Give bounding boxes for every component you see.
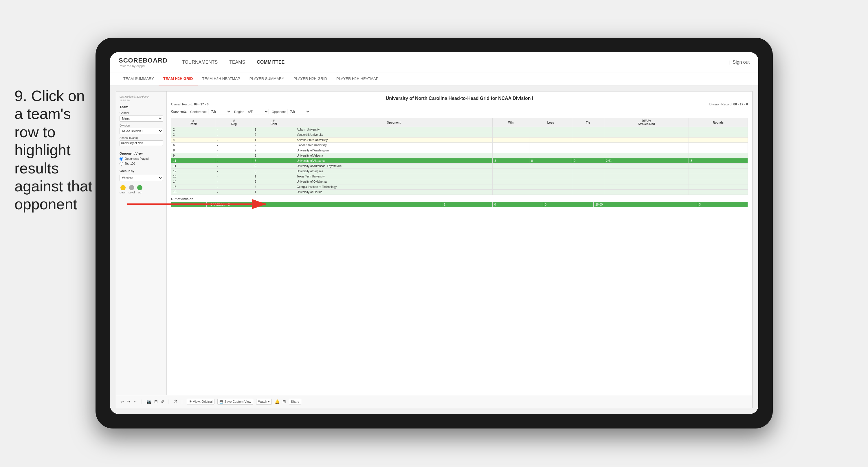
gender-select[interactable]: Men's: [120, 116, 163, 122]
opponents-label: Opponents:: [171, 110, 187, 113]
cell-value: 6: [172, 143, 215, 148]
share-btn[interactable]: Share: [289, 399, 301, 405]
division-record: Division Record: 88 - 17 - 0: [709, 103, 748, 106]
table-row[interactable]: 2-1Auburn University: [172, 127, 748, 132]
cell-value: [572, 138, 604, 143]
cell-value: [529, 143, 572, 148]
sign-out-link[interactable]: Sign out: [733, 58, 750, 66]
cell-value: [529, 138, 572, 143]
colour-by-select[interactable]: Win/loss: [120, 175, 163, 181]
cell-value: [529, 164, 572, 169]
table-row[interactable]: 16-1University of Florida: [172, 189, 748, 195]
cell-value: [604, 174, 688, 179]
nav-link-tournaments[interactable]: TOURNAMENTS: [182, 58, 218, 66]
crop-icon[interactable]: ⊞: [154, 399, 158, 404]
table-row[interactable]: 4-1Arizona State University: [172, 138, 748, 143]
cell-value: 6: [253, 164, 294, 169]
table-row[interactable]: 8-2University of Washington: [172, 148, 748, 153]
alert-icon[interactable]: 🔔: [275, 399, 280, 404]
cell-value: 1: [253, 127, 294, 132]
sub-nav-team-h2h-grid[interactable]: TEAM H2H GRID: [159, 72, 198, 85]
table-row[interactable]: 6-2Florida State University: [172, 143, 748, 148]
cell-value: 14: [172, 179, 215, 184]
cell-value: [572, 153, 604, 158]
cell-value: -: [215, 127, 253, 132]
sub-nav-team-h2h-heatmap[interactable]: TEAM H2H HEATMAP: [198, 72, 245, 85]
cell-value: 5: [253, 158, 294, 164]
table-row[interactable]: 9-3University of Arizona: [172, 153, 748, 158]
region-filter-select[interactable]: (All): [246, 109, 269, 114]
cell-value: [604, 184, 688, 189]
ood-division-name: NCAA Division II: [207, 202, 442, 207]
cell-value: [493, 127, 529, 132]
refresh-icon[interactable]: ↺: [161, 399, 164, 404]
watch-btn[interactable]: Watch ▾: [256, 399, 272, 405]
cell-value: [493, 189, 529, 195]
th-rounds: Rounds: [688, 118, 748, 127]
cell-value: [604, 189, 688, 195]
logo-text: SCOREBOARD: [119, 57, 167, 64]
th-rank: #Rank: [172, 118, 215, 127]
nav-link-committee[interactable]: COMMITTEE: [257, 58, 284, 66]
cell-value: 3: [493, 158, 529, 164]
opponent-name: University of Arkansas, Fayetteville: [295, 164, 493, 169]
cell-value: [688, 138, 748, 143]
redo-icon[interactable]: ↪: [127, 399, 130, 404]
th-diff: Diff AvStrokes/Rnd: [604, 118, 688, 127]
nav-link-teams[interactable]: TEAMS: [229, 58, 245, 66]
cell-value: [529, 127, 572, 132]
toolbar-sep3: |: [182, 399, 183, 404]
filters-row: Opponents: Conference (All) Region (All): [171, 109, 748, 114]
opponent-name: University of Oklahoma: [295, 179, 493, 184]
undo-icon[interactable]: ↩: [120, 399, 124, 404]
opponent-filter-select[interactable]: (All): [287, 109, 310, 114]
cell-value: 2: [253, 148, 294, 153]
view-original-btn[interactable]: 👁 View: Original: [187, 399, 214, 405]
school-rank-input[interactable]: [120, 140, 163, 146]
viz-toolbar: ↩ ↪ ← | 📷 ⊞ ↺ | ⏱ | 👁 View: Original: [116, 395, 752, 408]
table-row[interactable]: 3-2Vanderbilt University: [172, 132, 748, 138]
cell-value: -: [215, 179, 253, 184]
ood-diff: 26.00: [594, 202, 697, 207]
opponent-name: Vanderbilt University: [295, 132, 493, 138]
sub-nav-player-h2h-grid[interactable]: PLAYER H2H GRID: [289, 72, 332, 85]
conference-filter-select[interactable]: (All): [208, 109, 231, 114]
clock-icon[interactable]: ⏱: [174, 399, 178, 404]
sub-nav-player-h2h-heatmap[interactable]: PLAYER H2H HEATMAP: [332, 72, 383, 85]
th-loss: Loss: [529, 118, 572, 127]
cell-value: [493, 169, 529, 174]
cell-value: 2: [253, 132, 294, 138]
division-select[interactable]: NCAA Division I: [120, 128, 163, 134]
nav-left: SCOREBOARD Powered by clippd TOURNAMENTS…: [119, 57, 284, 68]
out-of-division-label: Out of division: [171, 195, 748, 202]
cell-value: 8: [688, 158, 748, 164]
cell-value: 2: [253, 143, 294, 148]
cell-value: [529, 189, 572, 195]
cell-value: -: [215, 132, 253, 138]
grid-icon[interactable]: ⊞: [282, 399, 286, 404]
device-frame: SCOREBOARD Powered by clippd TOURNAMENTS…: [95, 38, 773, 429]
cell-value: [688, 169, 748, 174]
sub-nav-team-summary[interactable]: TEAM SUMMARY: [119, 72, 159, 85]
table-row[interactable]: 15-4Georgia Institute of Technology: [172, 184, 748, 189]
cell-value: [493, 143, 529, 148]
legend-down: Down: [120, 185, 126, 194]
out-of-division-row[interactable]: NCAA Division II 1 0 0 26.00 3: [172, 202, 748, 207]
logo-area: SCOREBOARD Powered by clippd: [119, 57, 167, 68]
table-row[interactable]: 11-5University of Alabama3002.618: [172, 158, 748, 164]
cell-value: [493, 164, 529, 169]
table-row[interactable]: 13-1Texas Tech University: [172, 174, 748, 179]
camera-icon[interactable]: 📷: [147, 399, 151, 404]
table-row[interactable]: 12-3University of Virginia: [172, 169, 748, 174]
save-custom-view-btn[interactable]: 💾 Save Custom View: [217, 399, 253, 405]
filter-group-region: Region (All): [234, 109, 269, 114]
legend: Down Level Up: [120, 185, 163, 194]
filter-group-opponent: Opponent (All): [272, 109, 310, 114]
back-icon[interactable]: ←: [133, 399, 137, 404]
cell-value: [572, 143, 604, 148]
sub-nav-player-summary[interactable]: PLAYER SUMMARY: [245, 72, 289, 85]
device-screen: SCOREBOARD Powered by clippd TOURNAMENTS…: [110, 52, 758, 414]
table-row[interactable]: 11-6University of Arkansas, Fayetteville: [172, 164, 748, 169]
table-row[interactable]: 14-2University of Oklahoma: [172, 179, 748, 184]
ood-division: [172, 202, 207, 207]
